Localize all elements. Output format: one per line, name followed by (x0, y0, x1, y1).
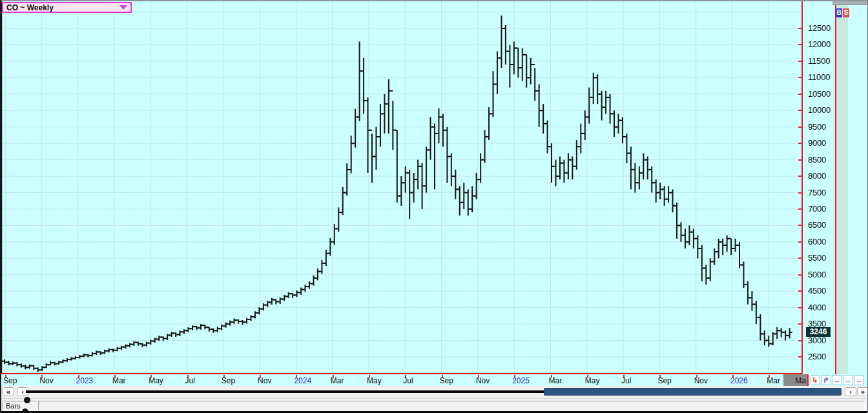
status-bar: Bars (0, 398, 868, 411)
price-tick (798, 356, 802, 358)
time-tick-label: 2023 (76, 376, 94, 385)
time-tick-label: Mar (767, 376, 780, 385)
price-tick (798, 290, 802, 292)
price-tick (798, 94, 802, 95)
price-tick-label: 9000 (808, 138, 826, 148)
sell-button[interactable]: S (843, 8, 849, 17)
price-tick (798, 44, 802, 45)
price-tick (798, 126, 802, 128)
price-tick (798, 176, 802, 177)
chevron-down-icon (119, 5, 127, 10)
chart-scrollbar: « ‹ › » (0, 386, 868, 398)
scroll-page-forward-button[interactable]: » (857, 387, 868, 396)
price-tick-label: 10000 (808, 105, 831, 115)
price-tick (798, 225, 802, 226)
price-tick-label: 11500 (808, 56, 830, 66)
status-mode-label: Bars (6, 402, 21, 410)
price-tick-label: 7500 (808, 188, 826, 197)
status-mode-panel: Bars (3, 401, 37, 410)
price-tick (798, 241, 802, 243)
time-tick-label: May (585, 376, 600, 385)
price-tick (798, 208, 802, 210)
price-tick (798, 110, 802, 111)
fit-width-button[interactable]: ↔ (832, 375, 842, 385)
price-tick-label: 5000 (808, 270, 826, 279)
price-axis-right-border (835, 5, 836, 374)
time-axis: SepNov2023MarMayJulSepNov2024MarMayJulSe… (0, 374, 868, 386)
price-tick (798, 143, 802, 144)
axis-separator-line (807, 374, 809, 386)
time-tick-label: 2024 (294, 376, 311, 385)
fit-all-button[interactable]: ↔ (854, 375, 864, 385)
time-tick-label: Jul (185, 376, 195, 385)
time-tick-label: Mar (331, 376, 344, 385)
price-tick (798, 323, 802, 325)
axis-position-marker-label: Ma (795, 376, 807, 385)
time-tick-label: Sep (3, 376, 17, 385)
axis-position-marker: Ma (783, 374, 807, 386)
price-tick (798, 192, 802, 194)
time-tick-label: Jul (403, 376, 413, 385)
window-border-top (0, 0, 868, 1)
time-tick-label: Sep (657, 376, 671, 385)
time-tick-label: May (367, 376, 382, 385)
price-tick-label: 12000 (808, 39, 831, 49)
last-price-badge: 3246 (806, 327, 831, 337)
price-tick (798, 28, 802, 29)
time-tick-label: Jul (621, 376, 631, 385)
price-tick-label: 4000 (808, 303, 826, 312)
time-tick-label: Nov (476, 376, 490, 385)
price-tick-label: 7000 (808, 204, 826, 214)
price-tick-label: 11000 (808, 72, 830, 82)
time-tick-label: Mar (112, 376, 126, 385)
price-tick-label: 4500 (808, 286, 826, 296)
window-border-left (0, 0, 1, 413)
time-tick-label: Nov (694, 376, 708, 385)
price-tick-label: 8000 (808, 171, 826, 181)
price-tick (798, 307, 802, 308)
scroll-page-back-button[interactable]: « (3, 387, 14, 396)
scroll-step-forward-button[interactable]: › (845, 387, 856, 396)
snap-up-button[interactable]: ↱ (821, 375, 831, 385)
price-chart-plot[interactable] (1, 1, 803, 374)
price-tick-label: 2500 (808, 352, 826, 361)
status-message-panel (38, 401, 865, 410)
price-tick-label: 9500 (808, 122, 826, 132)
time-tick-label: Nov (258, 376, 271, 385)
price-tick-label: 12500 (808, 23, 831, 33)
symbol-dropdown[interactable]: CO ~ Weekly (2, 2, 132, 13)
time-tick-label: Mar (549, 376, 563, 385)
fit-visible-button[interactable]: ↔ (843, 375, 853, 385)
bars-mode-icon (24, 394, 34, 413)
price-tick (798, 274, 802, 276)
price-tick-label: 5500 (808, 253, 826, 263)
trade-panel-strip (836, 5, 848, 374)
symbol-dropdown-label: CO ~ Weekly (6, 3, 54, 12)
price-tick (798, 77, 802, 78)
price-tick-label: 8500 (808, 155, 826, 165)
time-tick-label: 2025 (512, 376, 530, 385)
price-tick-label: 6000 (808, 237, 826, 247)
snap-back-button[interactable]: ↳ (810, 375, 820, 385)
time-tick-label: 2026 (730, 376, 748, 385)
scrollbar-thumb[interactable] (544, 388, 842, 396)
price-tick (798, 159, 802, 161)
price-tick-label: 10500 (808, 89, 831, 99)
buy-button[interactable]: B (836, 8, 842, 17)
price-tick (798, 257, 802, 259)
price-tick (798, 340, 802, 341)
price-tick-label: 6500 (808, 220, 826, 230)
time-tick-label: Sep (222, 376, 235, 385)
time-tick-label: May (149, 376, 163, 385)
time-tick-label: Nov (39, 376, 53, 385)
price-tick (798, 61, 802, 62)
time-tick-label: Sep (440, 376, 453, 385)
